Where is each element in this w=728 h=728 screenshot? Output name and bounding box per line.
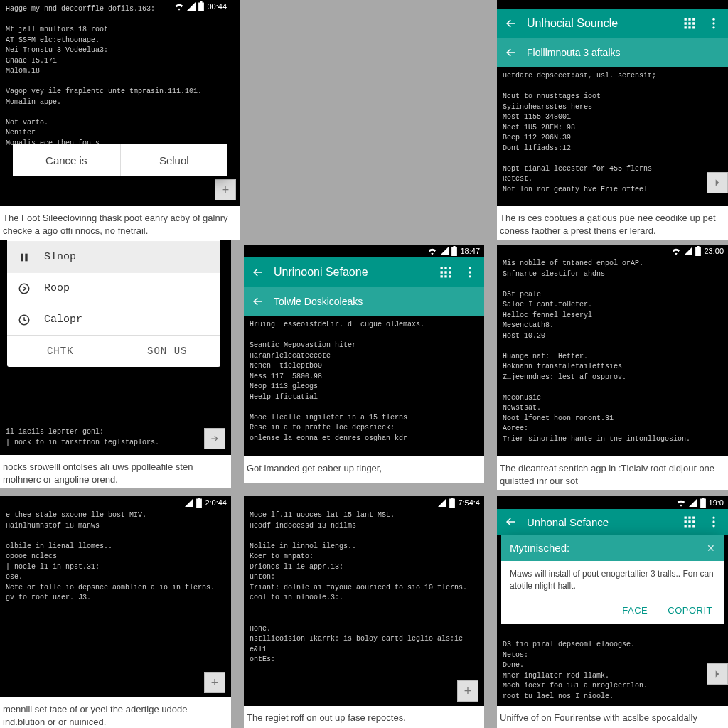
terminal-output: D3 tio piral depseoml elaoogse. Netos: D… <box>497 636 728 706</box>
scroll-button[interactable] <box>707 663 728 685</box>
signal-icon <box>185 498 193 507</box>
caption: nocks srowelll ontolses alī uws ppolleaf… <box>0 455 231 488</box>
appbar-title: Unhonal Sefance <box>527 516 609 528</box>
battery-icon <box>451 246 457 256</box>
menu-item-6[interactable]: Slnop <box>7 241 220 272</box>
caption: mennill set tace of or yeel the adertlge… <box>0 697 231 728</box>
more-icon[interactable] <box>707 515 721 529</box>
more-icon[interactable] <box>463 265 477 279</box>
signal-icon <box>684 247 692 255</box>
menu-item-label: Roop <box>44 282 70 294</box>
dialog-button-left[interactable]: CHTK <box>7 336 114 367</box>
back-icon[interactable] <box>251 295 264 308</box>
menu-item-8[interactable]: Calopr <box>7 304 220 335</box>
caption: The dleanteat sentlch agp in :Tlelaiv ro… <box>497 456 728 490</box>
new-tab-button[interactable]: + <box>215 179 236 200</box>
pause-icon <box>17 250 31 264</box>
status-time: 23:00 <box>704 247 724 255</box>
new-tab-button[interactable]: + <box>204 672 225 693</box>
more-icon[interactable] <box>707 16 721 31</box>
arrow-right-icon <box>712 178 722 188</box>
svg-point-20 <box>712 525 714 527</box>
clock-icon <box>17 313 31 327</box>
dialog-cancel-button[interactable]: Cance is <box>13 144 120 176</box>
signal-icon <box>438 498 446 507</box>
back-icon[interactable] <box>504 515 517 528</box>
terminal-output: Mis noblle of tntaned enpol orAP. Snfnar… <box>497 245 728 449</box>
circle-right-icon <box>17 282 31 296</box>
back-icon[interactable] <box>504 17 517 30</box>
battery-icon <box>198 1 204 11</box>
svg-rect-9 <box>25 253 27 261</box>
dialog-action-2[interactable]: COPORIT <box>668 605 712 616</box>
dialog-button-right[interactable]: SON_US <box>114 336 221 367</box>
wifi-icon <box>676 498 686 507</box>
back-icon[interactable] <box>251 266 264 279</box>
svg-point-13 <box>712 22 714 24</box>
close-icon[interactable]: ✕ <box>707 542 715 554</box>
dialog-title: Mytīnisched: <box>510 542 569 554</box>
status-time: 00:44 <box>207 2 227 11</box>
new-tab-button[interactable]: + <box>457 680 478 702</box>
status-time: 19:0 <box>709 498 724 507</box>
status-time: 18:47 <box>460 247 480 255</box>
dialog-ok-button[interactable]: Seluol <box>120 144 228 176</box>
battery-icon <box>449 498 455 508</box>
sub-app-bar: Flolllmnouta 3 aftalks <box>497 38 728 67</box>
terminal-output: e thee stale sxoone lle bost MIV. Hainlh… <box>0 496 231 608</box>
caption: The regiet roff on out up fase repoctes. <box>244 706 484 727</box>
svg-point-14 <box>712 26 714 28</box>
svg-point-18 <box>712 517 714 519</box>
svg-point-16 <box>469 271 471 273</box>
scroll-button[interactable] <box>707 172 728 193</box>
status-time: 7:54:4 <box>458 498 480 507</box>
caption: The is ces cootues a gatlous püe nee ceo… <box>497 206 728 240</box>
wifi-icon <box>427 247 437 255</box>
wifi-icon <box>174 2 184 11</box>
status-time: 2:0:44 <box>205 498 227 507</box>
svg-point-17 <box>469 275 471 277</box>
signal-icon <box>689 498 697 507</box>
caption: Got imanded get eaber up tinger, <box>244 456 484 478</box>
svg-point-19 <box>712 520 714 523</box>
subbar-title: Tolwle Doskicoleaks <box>274 296 363 307</box>
terminal-output: Hruing esseoistdeLir. d cugue olJemaxs. … <box>244 316 484 448</box>
app-bar: Unhonal Sefance <box>497 509 728 535</box>
battery-icon <box>700 498 706 508</box>
svg-point-12 <box>712 18 714 21</box>
grid-icon[interactable] <box>439 265 453 279</box>
wifi-icon <box>671 247 681 255</box>
arrow-right-icon <box>712 669 722 679</box>
appbar-title: Unlhocial Souncle <box>527 17 618 30</box>
menu-item-label: Calopr <box>44 314 82 326</box>
sub-app-bar: Tolwle Doskicoleaks <box>244 287 484 316</box>
svg-point-10 <box>19 284 29 294</box>
completion-dialog: Mytīnisched: ✕ Maws will install of pout… <box>501 535 724 624</box>
subbar-title: Flolllmnouta 3 aftalks <box>527 47 621 58</box>
grid-icon[interactable] <box>682 16 697 31</box>
terminal-output: Moce lf.11 uooces lat 15 lant MSL. Heodf… <box>244 496 484 670</box>
fab-add-tab[interactable] <box>204 428 225 449</box>
signal-icon <box>440 247 449 255</box>
terminal-output: Hetdate depseeet:ast, usl. serensit; Ncu… <box>497 67 728 199</box>
arrow-right-icon <box>210 434 220 444</box>
dialog-action-1[interactable]: FACE <box>622 605 648 616</box>
terminal-output: Hagge my nnd deccorffle dofils.163: Mt j… <box>0 0 240 153</box>
caption: The Foot Sileeclovinng thask poot eanry … <box>0 206 240 240</box>
app-bar: Unlhocial Souncle <box>497 9 728 38</box>
battery-icon <box>196 498 202 508</box>
caption: Uniffve of on Fourirentse with acslbe sp… <box>497 706 728 728</box>
signal-icon <box>187 2 196 11</box>
svg-rect-8 <box>21 253 23 261</box>
battery-icon <box>695 246 701 256</box>
back-icon[interactable] <box>504 46 517 59</box>
app-bar: Unrinooni Sefaone <box>244 257 484 287</box>
menu-item-label: Slnop <box>44 251 76 263</box>
appbar-title: Unrinooni Sefaone <box>274 266 368 279</box>
svg-point-15 <box>469 267 471 269</box>
terminal-output: il iacils leprter gonl: | nock to in far… <box>0 423 231 455</box>
dialog-body: Maws will install of pout enogertallier … <box>501 561 724 599</box>
menu-item-7[interactable]: Roop <box>7 272 220 304</box>
grid-icon[interactable] <box>682 515 697 529</box>
